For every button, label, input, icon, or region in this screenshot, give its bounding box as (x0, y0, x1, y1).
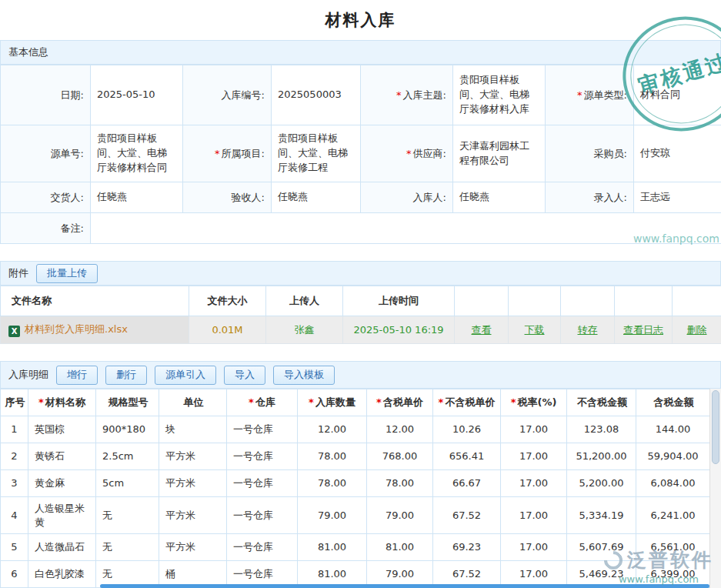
detail-cell-index: 2 (1, 443, 28, 470)
detail-cell-price-with-tax: 78.00 (367, 470, 433, 497)
col-uploader: 上传人 (266, 286, 343, 316)
action-cell: 转存 (561, 316, 615, 344)
detail-cell-spec: 2.5cm (96, 443, 159, 470)
col-label: 含税单价 (383, 396, 423, 408)
field-label-text: 采购员: (594, 148, 627, 159)
field-value-deliverer: 任晓燕 (91, 182, 183, 213)
detail-cell-price-no-tax: 67.52 (433, 497, 501, 534)
field-label-purchaser: 采购员: (546, 125, 634, 182)
detail-cell-price-with-tax: 12.00 (367, 416, 433, 443)
detail-cell-material-name: 人造微晶石 (28, 534, 96, 561)
detail-row: 3黄金麻5cm平方米一号仓库78.0078.0066.6717.005,200.… (1, 470, 710, 497)
detail-cell-quantity: 12.00 (298, 416, 367, 443)
detail-cell-amount-with-tax: 6,241.00 (636, 497, 710, 534)
detail-cell-tax-rate: 17.00 (501, 443, 567, 470)
col-spec: 规格型号 (96, 389, 159, 416)
col-tax-rate: *税率(%) (501, 389, 567, 416)
action-cell: 删除 (673, 316, 721, 344)
import-button[interactable]: 导入 (224, 366, 265, 385)
detail-cell-spec: 900*180 (96, 416, 159, 443)
action-cell: 查看 (455, 316, 509, 344)
detail-cell-price-with-tax: 81.00 (367, 534, 433, 561)
basic-info-section: 基本信息 日期: 2025-05-10 入库编号: 2025050003 *入库… (0, 40, 721, 244)
detail-cell-material-name: 人造银星米黄 (28, 497, 96, 534)
delete-row-button[interactable]: 删行 (105, 366, 147, 385)
attachment-file-size: 0.01M (189, 316, 266, 344)
detail-cell-warehouse: 一号仓库 (227, 534, 298, 561)
field-label-text: 供应商: (413, 148, 446, 159)
import-from-source-button[interactable]: 源单引入 (155, 366, 216, 385)
field-label-text: 备注: (61, 222, 84, 234)
detail-cell-warehouse: 一号仓库 (227, 497, 298, 534)
detail-cell-quantity: 81.00 (298, 534, 367, 561)
detail-cell-index: 4 (1, 497, 28, 534)
required-mark: * (38, 396, 44, 408)
field-label-text: 入库人: (413, 192, 446, 203)
field-label-inbound-subject: *入库主题: (361, 65, 453, 125)
detail-cell-warehouse: 一号仓库 (227, 470, 298, 497)
detail-title: 入库明细 (8, 368, 48, 382)
col-price-no-tax: *不含税单价 (433, 389, 501, 416)
field-value-inbound-subject: 贵阳项目样板间、大堂、电梯厅装修材料入库 (453, 65, 546, 125)
save-as-link[interactable]: 转存 (578, 324, 598, 336)
field-label-supplier: *供应商: (361, 125, 453, 182)
detail-cell-warehouse: 一号仓库 (227, 416, 298, 443)
field-value-inspector: 任晓燕 (272, 182, 361, 213)
attachment-file-name[interactable]: 材料到货入库明细.xlsx (1, 316, 189, 344)
required-mark: * (309, 396, 314, 408)
field-value-source-type: 材料合同 (634, 65, 721, 125)
download-link[interactable]: 下载 (525, 324, 545, 336)
form-row-2: 源单号: 贵阳项目样板间、大堂、电梯厅装修材料合同 *所属项目: 贵阳项目样板间… (1, 125, 721, 182)
detail-cell-amount-no-tax: 51,200.00 (567, 443, 636, 470)
field-value-inbound-no: 2025050003 (272, 65, 361, 125)
excel-file-icon (8, 326, 20, 337)
attachment-upload-time: 2025-05-10 16:19 (343, 316, 455, 344)
detail-cell-amount-with-tax: 6,084.00 (636, 470, 710, 497)
col-label: 不含税单价 (445, 396, 495, 408)
view-link[interactable]: 查看 (472, 324, 492, 336)
detail-cell-unit: 平方米 (159, 470, 227, 497)
page-title: 材料入库 (0, 0, 721, 40)
vertical-scrollbar-thumb[interactable] (712, 390, 719, 464)
col-label: 不含税金额 (577, 396, 627, 408)
col-action (561, 286, 615, 316)
detail-cell-price-with-tax: 79.00 (367, 497, 433, 534)
field-label-source-type: *源单类型: (546, 65, 634, 125)
detail-cell-index: 5 (1, 534, 28, 561)
delete-link[interactable]: 删除 (687, 324, 707, 336)
required-mark: * (406, 148, 412, 159)
col-label: 仓库 (255, 396, 275, 408)
detail-cell-amount-no-tax: 5,200.00 (567, 470, 636, 497)
col-unit: 单位 (159, 389, 227, 416)
vertical-scrollbar[interactable] (709, 389, 721, 588)
field-label-remark: 备注: (1, 213, 91, 244)
detail-cell-index: 6 (1, 561, 28, 588)
attachments-title: 附件 (8, 266, 28, 280)
horizontal-scrollbar-thumb[interactable] (100, 584, 709, 588)
import-template-button[interactable]: 导入模板 (273, 366, 335, 385)
material-inbound-page: 材料入库 基本信息 日期: 2025-05-10 入库编号: 202505000… (0, 0, 721, 588)
detail-cell-amount-no-tax: 5,334.19 (567, 497, 636, 534)
detail-cell-spec: 无 (96, 497, 159, 534)
batch-upload-button[interactable]: 批量上传 (36, 264, 98, 283)
col-label: 含税金额 (654, 396, 694, 408)
col-quantity: *入库数量 (298, 389, 367, 416)
required-mark: * (376, 396, 382, 408)
col-action (673, 286, 721, 316)
field-value-warehouser: 任晓燕 (453, 182, 546, 213)
col-label: 入库数量 (315, 396, 355, 408)
add-row-button[interactable]: 增行 (56, 366, 98, 385)
form-row-3: 交货人: 任晓燕 验收人: 任晓燕 入库人: 任晓燕 录入人: 王志远 (1, 182, 721, 213)
detail-cell-quantity: 78.00 (298, 443, 367, 470)
detail-cell-spec: 5cm (96, 470, 159, 497)
required-mark: * (577, 89, 582, 101)
view-log-link[interactable]: 查看日志 (623, 324, 663, 336)
detail-row: 5人造微晶石无平方米一号仓库81.0081.0069.2317.005,607.… (1, 534, 710, 561)
detail-cell-index: 1 (1, 416, 28, 443)
field-label-text: 入库主题: (403, 89, 446, 101)
field-label-date: 日期: (1, 65, 91, 125)
basic-info-header-bar: 基本信息 (0, 40, 721, 65)
detail-cell-amount-with-tax: 6,561.00 (636, 534, 710, 561)
field-value-source-no: 贵阳项目样板间、大堂、电梯厅装修材料合同 (91, 125, 183, 182)
field-value-remark (91, 213, 721, 244)
